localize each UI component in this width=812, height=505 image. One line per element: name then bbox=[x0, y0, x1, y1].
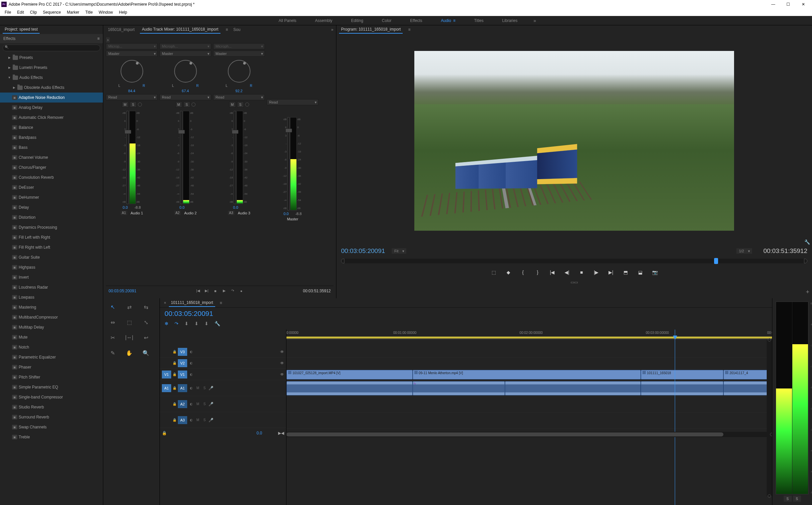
workspace-titles[interactable]: Titles bbox=[471, 17, 486, 24]
effect-studio-reverb[interactable]: ▣Studio Reverb bbox=[0, 402, 103, 412]
play-button[interactable]: ▶ bbox=[221, 288, 227, 294]
video-track-header-v2[interactable]: 🔒V2◐👁 bbox=[160, 357, 286, 369]
toggle-track-output-icon[interactable]: 👁 bbox=[280, 372, 284, 377]
hand-tool[interactable]: ✋ bbox=[123, 347, 136, 359]
video-track-header-v1[interactable]: V1🔒V1◐👁 bbox=[160, 369, 286, 380]
panel-menu-icon[interactable]: ≡ bbox=[97, 36, 100, 41]
folder-audio-effects[interactable]: ▼Audio Effects bbox=[0, 72, 103, 82]
track-target-a3[interactable]: A3 bbox=[178, 416, 187, 424]
video-clip[interactable]: 101027_025128_import.MP4 [V] bbox=[286, 370, 413, 379]
fader-track[interactable] bbox=[127, 111, 129, 204]
sync-lock-icon[interactable]: ◐ bbox=[188, 418, 194, 422]
timeline-snap-icon[interactable]: ❄ bbox=[164, 321, 168, 326]
lock-icon[interactable]: 🔒 bbox=[172, 372, 176, 376]
effect-treble[interactable]: ▣Treble bbox=[0, 432, 103, 442]
timeline-close-icon[interactable]: × bbox=[164, 301, 166, 305]
track-name-label[interactable]: Audio 3 bbox=[238, 211, 250, 215]
effect-guitar-suite[interactable]: ▣Guitar Suite bbox=[0, 252, 103, 262]
solo-channel-1-button[interactable]: S bbox=[793, 496, 801, 502]
automation-mode-dropdown[interactable]: Read bbox=[159, 94, 211, 100]
fader-track[interactable] bbox=[234, 111, 236, 204]
solo-icon[interactable]: S bbox=[202, 418, 207, 422]
pan-value[interactable]: 67.4 bbox=[182, 89, 189, 93]
master-collapse-icon[interactable]: ▶◀ bbox=[278, 431, 284, 436]
pan-knob[interactable] bbox=[121, 60, 143, 82]
sync-lock-icon[interactable]: ◐ bbox=[188, 361, 194, 365]
effect-loudness-radar[interactable]: ▣Loudness Radar bbox=[0, 282, 103, 292]
selection-tool[interactable]: ↖ bbox=[106, 301, 119, 313]
audio-track-lane[interactable] bbox=[286, 396, 772, 412]
mixer-tab-2[interactable]: Sou bbox=[232, 26, 243, 33]
scrub-start-handle[interactable] bbox=[341, 259, 345, 263]
effect-single-band-compressor[interactable]: ▣Single-band Compressor bbox=[0, 392, 103, 402]
timeline-timecode[interactable]: 00:03:05:20091 bbox=[164, 310, 213, 317]
effect-deesser[interactable]: ▣DeEsser bbox=[0, 182, 103, 192]
panel-menu-icon[interactable]: ≡ bbox=[408, 27, 410, 32]
program-timecode-current[interactable]: 00:03:05:20091 bbox=[341, 247, 385, 255]
mixer-tab-0[interactable]: 165018_import bbox=[106, 26, 137, 33]
fader-handle[interactable] bbox=[178, 130, 185, 134]
effect-pitch-shifter[interactable]: ▣Pitch Shifter bbox=[0, 372, 103, 382]
program-viewport[interactable]: 🔧 bbox=[336, 34, 812, 247]
toggle-track-output-icon[interactable]: 👁 bbox=[280, 361, 284, 365]
effect-fill-right-with-left[interactable]: ▣Fill Right with Left bbox=[0, 242, 103, 252]
video-track-lane[interactable] bbox=[286, 347, 772, 358]
video-clip[interactable]: 101111_165018 bbox=[641, 370, 723, 379]
output-dropdown[interactable]: Master bbox=[213, 50, 265, 56]
fader-handle[interactable] bbox=[125, 130, 131, 134]
workspace-color[interactable]: Color bbox=[379, 17, 394, 24]
playhead[interactable] bbox=[675, 330, 675, 505]
solo-channel-0-button[interactable]: S bbox=[784, 496, 792, 502]
source-patch-empty[interactable] bbox=[162, 348, 171, 356]
effect-dynamics-processing[interactable]: ▣Dynamics Processing bbox=[0, 222, 103, 232]
track-name-label[interactable]: Audio 2 bbox=[184, 211, 196, 215]
record-button[interactable]: ● bbox=[239, 288, 245, 294]
play-stop-button[interactable]: ■ bbox=[578, 269, 585, 276]
lock-icon[interactable]: 🔒 bbox=[172, 402, 176, 406]
fader-handle[interactable] bbox=[285, 129, 292, 133]
track-target-v1[interactable]: V1 bbox=[178, 370, 187, 378]
rate-stretch-tool[interactable]: ⤡ bbox=[139, 316, 152, 328]
menu-sequence[interactable]: Sequence bbox=[40, 9, 63, 15]
effect-channel-volume[interactable]: ▣Channel Volume bbox=[0, 152, 103, 162]
effect-mastering[interactable]: ▣Mastering bbox=[0, 302, 103, 312]
lock-icon[interactable]: 🔒 bbox=[172, 361, 176, 365]
video-track-header-v3[interactable]: 🔒V3◐👁 bbox=[160, 346, 286, 357]
effect-multitap-delay[interactable]: ▣Multitap Delay bbox=[0, 322, 103, 332]
menu-help[interactable]: Help bbox=[116, 9, 130, 15]
close-button[interactable]: ✕ bbox=[796, 0, 811, 9]
master-db-value[interactable]: 0.0 bbox=[256, 431, 262, 436]
mic-input-dropdown[interactable]: Microp... bbox=[106, 43, 157, 49]
workspace-all-panels[interactable]: All Panels bbox=[276, 17, 299, 24]
audio-clip[interactable] bbox=[723, 381, 772, 395]
automation-mode-dropdown[interactable]: Read bbox=[267, 99, 318, 105]
panel-menu-icon[interactable]: ≡ bbox=[220, 301, 222, 305]
toggle-track-output-icon[interactable]: 👁 bbox=[280, 350, 284, 354]
maximize-button[interactable]: ☐ bbox=[781, 0, 796, 9]
panel-menu-icon[interactable]: ≡ bbox=[226, 27, 228, 32]
effect-parametric-equalizer[interactable]: ▣Parametric Equalizer bbox=[0, 352, 103, 362]
output-dropdown[interactable]: Master bbox=[159, 50, 211, 56]
disclosure-arrow-icon[interactable]: ▶ bbox=[7, 56, 11, 59]
audio-track-header-a3[interactable]: 🔒A3◐MS🎤 bbox=[160, 412, 286, 428]
effect-distortion[interactable]: ▣Distortion bbox=[0, 212, 103, 222]
fader-db-value[interactable]: 0.0 bbox=[179, 205, 184, 209]
source-patch-a1[interactable]: A1 bbox=[162, 384, 171, 392]
track-target-a2[interactable]: A2 bbox=[178, 400, 187, 408]
lift-button[interactable]: ⬒ bbox=[622, 269, 629, 276]
export-frame-button[interactable]: 📷 bbox=[651, 269, 659, 276]
pan-knob[interactable] bbox=[174, 60, 197, 82]
workspace-effects[interactable]: Effects bbox=[407, 17, 425, 24]
mute-button[interactable]: M bbox=[122, 102, 129, 108]
track-target-v3[interactable]: V3 bbox=[178, 348, 187, 356]
fader-db-value[interactable]: 0.0 bbox=[283, 212, 288, 216]
track-name-label[interactable]: Audio 1 bbox=[131, 211, 143, 215]
mixer-tab-1[interactable]: Audio Track Mixer: 101111_165018_import bbox=[140, 26, 220, 34]
go-to-in-button[interactable]: |◀ bbox=[549, 269, 556, 276]
effect-swap-channels[interactable]: ▣Swap Channels bbox=[0, 422, 103, 432]
add-marker-btn-icon[interactable]: ⬇ bbox=[184, 321, 188, 326]
audio-track-header-a1[interactable]: A1🔒A1◐MS🎤 bbox=[160, 380, 286, 396]
voice-over-record-icon[interactable]: 🎤 bbox=[209, 402, 214, 406]
ripple-edit-tool[interactable]: ⇔ bbox=[106, 316, 119, 328]
source-patch-empty[interactable] bbox=[162, 416, 171, 424]
